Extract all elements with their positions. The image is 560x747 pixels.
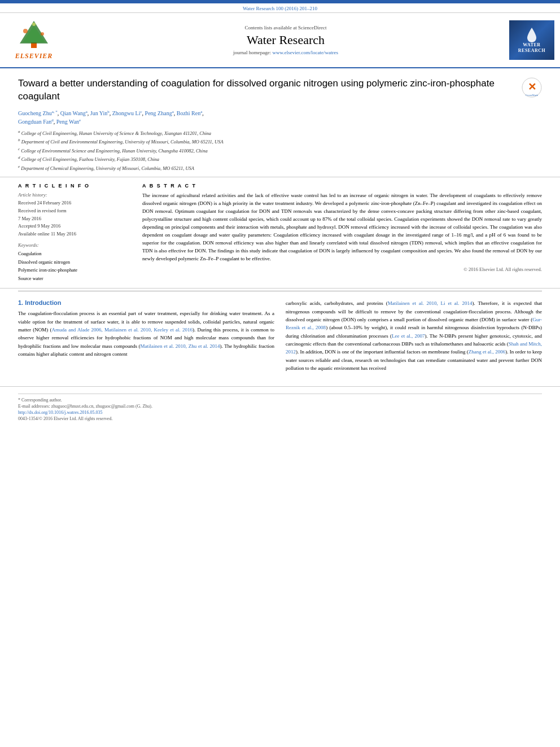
keyword-source: Source water [18,274,131,282]
received-revised-date: 7 May 2016 [18,215,131,223]
affil-a: a College of Civil Engineering, Hunan Un… [18,129,515,137]
received-revised-label: Received in revised form [18,207,131,215]
article-info-section: A R T I C L E I N F O Article history: R… [0,177,560,289]
article-info-heading: A R T I C L E I N F O [18,183,131,189]
header-area: ELSEVIER Contents lists available at Sci… [0,13,560,68]
svg-point-5 [32,23,36,26]
affil-e: e Department of Chemical Engineering, Un… [18,164,515,172]
ref-matilainen2[interactable]: Matilainen et al. 2010, Li et al. 2014 [388,300,473,306]
email-line: E-mail addresses: zhuguoc@hnust.edu.cn, … [18,404,542,409]
citation-text: Water Research 100 (2016) 201–210 [243,6,317,11]
footer-separator [18,394,542,394]
author-jun: Jun Yin [90,110,107,116]
header-right: WATER RESEARCH [504,18,560,63]
keyword-polymeric: Polymeric iron-zinc-phosphate [18,266,131,274]
ref-gur[interactable]: Gur-Reznik et al., 2008 [286,317,542,330]
ref-matilainen[interactable]: Matilainen et al. 2010, Zhu et al. 2014 [141,343,220,349]
article-title: Toward a better understanding of coagula… [18,77,515,103]
ref-lee[interactable]: Lee et al., 2007 [392,333,425,339]
homepage-label: journal homepage: [233,50,271,55]
intro-paragraph-1: The coagulation-flocculation process is … [18,309,274,358]
body-left: 1. Introduction The coagulation-floccula… [18,299,274,376]
affil-d: d College of Civil Engineering, Fuzhou U… [18,155,515,163]
authors-line: Guocheng Zhua, *, Qian Wanga, Jun Yinb, … [18,109,515,126]
doi-line[interactable]: http://dx.doi.org/10.1016/j.watres.2016.… [18,410,542,415]
svg-point-4 [41,32,44,36]
keywords-section: Keywords: Coagulation Dissolved organic … [18,242,131,282]
issn-line: 0043-1354/© 2016 Elsevier Ltd. All right… [18,416,542,421]
author-gongduan: Gongduan Fan [18,119,51,125]
water-research-badge: WATER RESEARCH [509,20,554,60]
history-label: Article history: [18,192,131,198]
article-history: Article history: Received 24 February 20… [18,192,131,238]
sciencedirect-prefix: Contents lists available at ScienceDirec… [245,25,327,30]
available-online-date: Available online 11 May 2016 [18,230,131,238]
body-two-col: 1. Introduction The coagulation-floccula… [18,299,542,376]
ref-zhang[interactable]: Zhang et al., 2006 [469,349,505,355]
elsevier-text: ELSEVIER [15,52,53,60]
keywords-heading: Keywords: [18,242,131,248]
sciencedirect-line: Contents lists available at ScienceDirec… [245,25,327,30]
svg-text:✕: ✕ [528,81,536,93]
header-center: Contents lists available at ScienceDirec… [68,18,504,63]
author-zhongwu: Zhongwu Li [112,110,141,116]
header-left: ELSEVIER [0,18,68,63]
badge-title: WATER RESEARCH [518,42,545,53]
elsevier-tree-icon [14,20,54,51]
page-wrapper: Water Research 100 (2016) 201–210 ELSEVI… [0,0,560,425]
journal-citation: Water Research 100 (2016) 201–210 [0,3,560,13]
affiliations: a College of Civil Engineering, Hunan Un… [18,129,515,172]
author-peng-wan: Peng Wan [56,119,79,125]
copyright-line: © 2016 Elsevier Ltd. All rights reserved… [142,267,542,272]
major-divider [18,291,542,291]
affil-c: c College of Environmental Science and E… [18,146,515,155]
crossmark-icon[interactable]: ✕ CrossMark [522,77,542,99]
article-section: Toward a better understanding of coagula… [0,68,560,177]
abstract-text: The increase of agricultural related act… [142,192,542,263]
author-peng-zhang: Peng Zhang [145,110,172,116]
abstract-col: A B S T R A C T The increase of agricult… [142,183,542,282]
homepage-link[interactable]: www.elsevier.com/locate/watres [273,50,338,55]
author-qian: Qian Wang [60,110,86,116]
accepted-date: Accepted 9 May 2016 [18,222,131,230]
characterized-word: characterized [323,208,351,214]
elsevier-logo: ELSEVIER [14,20,54,60]
body-right: carboxylic acids, carbohydrates, and pro… [286,299,542,376]
body-section: 1. Introduction The coagulation-floccula… [0,294,560,382]
ref-amuda[interactable]: Amuda and Alade 2006, Matilainen et al. … [51,327,192,333]
journal-homepage: journal homepage: www.elsevier.com/locat… [233,50,338,55]
received-date: Received 24 February 2016 [18,199,131,207]
keyword-coagulation: Coagulation [18,250,131,257]
author-bozhi: Bozhi Ren [177,110,201,116]
article-info-left: A R T I C L E I N F O Article history: R… [18,183,131,282]
journal-title: Water Research [247,33,325,47]
abstract-heading: A B S T R A C T [142,183,542,189]
keyword-don: Dissolved organic nitrogen [18,258,131,266]
corresponding-note: * Corresponding author. [18,397,542,403]
svg-text:CrossMark: CrossMark [526,94,539,97]
footer-area: * Corresponding author. E-mail addresses… [0,386,560,425]
intro-heading: 1. Introduction [18,299,274,306]
water-drop-icon [525,27,539,42]
author-guocheng: Guocheng Zhu [18,110,52,116]
affil-b: b Department of Civil and Environmental … [18,137,515,146]
crossmark-svg: ✕ CrossMark [522,77,542,98]
crossmark-wrapper: Toward a better understanding of coagula… [18,77,542,172]
intro-paragraph-2: carboxylic acids, carbohydrates, and pro… [286,299,542,373]
svg-point-3 [23,29,28,33]
